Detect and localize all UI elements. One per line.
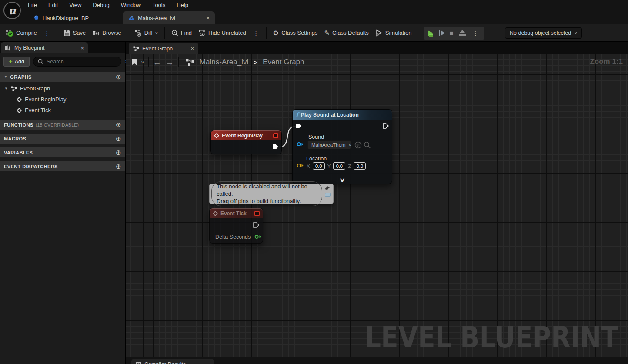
simulation-label: Simulation bbox=[385, 30, 412, 36]
location-xyz-inputs: X 0.0 Y 0.0 Z 0.0 bbox=[307, 162, 366, 170]
back-arrow-icon[interactable]: ← bbox=[153, 58, 161, 67]
wire-beginplay-to-playsound bbox=[126, 42, 628, 364]
add-variable-button[interactable]: ⊕ bbox=[116, 149, 121, 157]
search-input[interactable] bbox=[47, 59, 117, 65]
collapse-triangle-icon[interactable]: ▼ bbox=[4, 75, 7, 79]
bookmark-chevron-down-icon[interactable]: ∨ bbox=[141, 60, 145, 64]
play-options-kebab-icon[interactable]: ⋮ bbox=[471, 30, 481, 37]
graph-nav-bar: ∨ ← → Mains-Area_lvl > Event Graph bbox=[126, 54, 628, 70]
save-button[interactable]: Save bbox=[63, 30, 87, 36]
diff-label: Diff bbox=[144, 30, 153, 36]
breadcrumb-separator-icon: > bbox=[254, 59, 257, 66]
tree-item-label: Event BeginPlay bbox=[25, 96, 66, 103]
node-header[interactable]: f Play Sound at Location bbox=[293, 110, 392, 120]
close-icon[interactable]: × bbox=[206, 15, 210, 21]
delta-seconds-pin[interactable] bbox=[254, 234, 262, 239]
use-selected-asset-icon[interactable] bbox=[354, 141, 362, 149]
pin-tooltip-icon[interactable] bbox=[325, 186, 330, 191]
tree-item-event-beginplay[interactable]: Event BeginPlay bbox=[0, 94, 125, 105]
simulation-button[interactable]: Simulation bbox=[374, 29, 413, 37]
class-defaults-button[interactable]: ✎ Class Defaults bbox=[323, 30, 370, 36]
breadcrumb-root[interactable]: Mains-Area_lvl bbox=[200, 58, 248, 67]
exec-input-pin[interactable] bbox=[296, 123, 302, 129]
hide-unrelated-button[interactable]: Hide Unrelated bbox=[197, 30, 247, 37]
tab-hankdialogue-bp[interactable]: HankDialogue_BP bbox=[28, 11, 119, 24]
event-node-icon bbox=[17, 97, 22, 102]
node-event-beginplay[interactable]: Event BeginPlay bbox=[210, 130, 282, 154]
tab-compiler-results[interactable]: Compiler Results × bbox=[131, 359, 214, 364]
browse-asset-icon[interactable] bbox=[364, 141, 371, 149]
menu-debug[interactable]: Debug bbox=[93, 2, 109, 8]
section-functions[interactable]: FUNCTIONS (18 OVERRIDABLE) ⊕ bbox=[0, 120, 125, 130]
section-variables[interactable]: VARIABLES ⊕ bbox=[0, 147, 125, 157]
tab-event-graph[interactable]: Event Graph × bbox=[129, 43, 198, 54]
close-icon[interactable]: × bbox=[80, 45, 84, 51]
find-button[interactable]: Find bbox=[170, 30, 193, 37]
tab-mains-area-lvl[interactable]: Mains-Area_lvl × bbox=[123, 11, 215, 24]
compile-button[interactable]: Compile bbox=[4, 29, 38, 37]
section-macros[interactable]: MACROS ⊕ bbox=[0, 134, 125, 144]
main-area: My Blueprint × + Add ⚙ bbox=[0, 42, 628, 364]
diff-button[interactable]: Diff ∨ bbox=[134, 30, 159, 37]
eject-button[interactable] bbox=[459, 30, 466, 36]
class-defaults-label: Class Defaults bbox=[332, 30, 369, 36]
sound-asset-dropdown[interactable]: MainAreaThem ∨ bbox=[307, 140, 351, 149]
frame-skip-button[interactable] bbox=[439, 30, 444, 36]
zoom-level-label: Zoom 1:1 bbox=[590, 57, 623, 66]
compile-options-kebab-icon[interactable]: ⋮ bbox=[42, 30, 52, 37]
forward-arrow-icon[interactable]: → bbox=[166, 58, 174, 67]
sound-object-pin[interactable] bbox=[297, 142, 304, 147]
add-function-button[interactable]: ⊕ bbox=[116, 121, 121, 129]
menu-tools[interactable]: Tools bbox=[152, 2, 165, 8]
close-icon[interactable]: × bbox=[206, 361, 210, 364]
play-button[interactable]: ▶ bbox=[428, 29, 433, 37]
nav-separator bbox=[148, 57, 149, 67]
chevron-down-icon: ∨ bbox=[348, 143, 352, 147]
menu-window[interactable]: Window bbox=[121, 2, 141, 8]
tree-item-eventgraph[interactable]: ▼ EventGraph bbox=[0, 83, 125, 94]
tooltip-text: This node is disabled and will not be ca… bbox=[211, 181, 322, 206]
compiler-results-icon bbox=[136, 362, 141, 364]
class-settings-button[interactable]: ⚙ Class Settings bbox=[272, 30, 319, 36]
menu-file[interactable]: File bbox=[28, 2, 37, 8]
tab-my-blueprint[interactable]: My Blueprint × bbox=[1, 42, 88, 53]
add-event-dispatcher-button[interactable]: ⊕ bbox=[116, 163, 121, 170]
x-value-input[interactable]: 0.0 bbox=[313, 162, 325, 170]
graphs-tree: ▼ EventGraph Event BeginPlay bbox=[0, 82, 125, 116]
node-header[interactable]: Event BeginPlay bbox=[211, 130, 281, 140]
exec-output-pin[interactable] bbox=[273, 144, 279, 150]
tooltip-line-1: This node is disabled and will not be ca… bbox=[217, 183, 317, 197]
breadcrumb-current[interactable]: Event Graph bbox=[263, 58, 304, 67]
section-event-dispatchers[interactable]: EVENT DISPATCHERS ⊕ bbox=[0, 161, 125, 171]
add-button[interactable]: + Add bbox=[3, 57, 30, 67]
node-event-tick[interactable]: Event Tick Delta Seconds bbox=[209, 208, 263, 244]
menu-edit[interactable]: Edit bbox=[48, 2, 58, 8]
location-vector-pin[interactable] bbox=[297, 163, 304, 168]
add-graph-button[interactable]: ⊕ bbox=[116, 73, 121, 81]
browse-label: Browse bbox=[102, 30, 121, 36]
close-icon[interactable]: × bbox=[190, 45, 194, 52]
tree-item-event-tick[interactable]: Event Tick bbox=[0, 105, 125, 116]
browse-button[interactable]: Browse bbox=[91, 30, 122, 36]
bookmark-icon[interactable] bbox=[131, 59, 137, 66]
y-value-input[interactable]: 0.0 bbox=[333, 162, 345, 170]
hide-unrelated-options-kebab-icon[interactable]: ⋮ bbox=[251, 30, 261, 37]
section-label: FUNCTIONS bbox=[4, 122, 33, 127]
add-macro-button[interactable]: ⊕ bbox=[116, 135, 121, 143]
exec-output-pin[interactable] bbox=[253, 222, 259, 228]
level-asset-icon bbox=[128, 15, 135, 21]
graph-canvas[interactable]: Event Graph × ∨ ← → bbox=[126, 42, 628, 364]
debug-object-dropdown[interactable]: No debug object selected ∨ bbox=[505, 27, 582, 39]
node-play-sound-at-location[interactable]: f Play Sound at Location Sound MainAreaT… bbox=[292, 109, 392, 184]
section-graphs[interactable]: ▼ GRAPHS ⊕ bbox=[0, 72, 125, 82]
z-value-input[interactable]: 0.0 bbox=[354, 162, 366, 170]
exec-output-pin[interactable] bbox=[383, 123, 389, 129]
menu-view[interactable]: View bbox=[69, 2, 81, 8]
stop-button[interactable]: ■ bbox=[450, 30, 454, 36]
collapse-triangle-icon[interactable]: ▼ bbox=[4, 87, 8, 90]
diff-icon bbox=[135, 30, 142, 37]
event-graph-icon bbox=[11, 86, 17, 91]
browse-icon bbox=[92, 30, 100, 36]
menu-help[interactable]: Help bbox=[177, 2, 188, 8]
node-header[interactable]: Event Tick bbox=[210, 208, 263, 218]
